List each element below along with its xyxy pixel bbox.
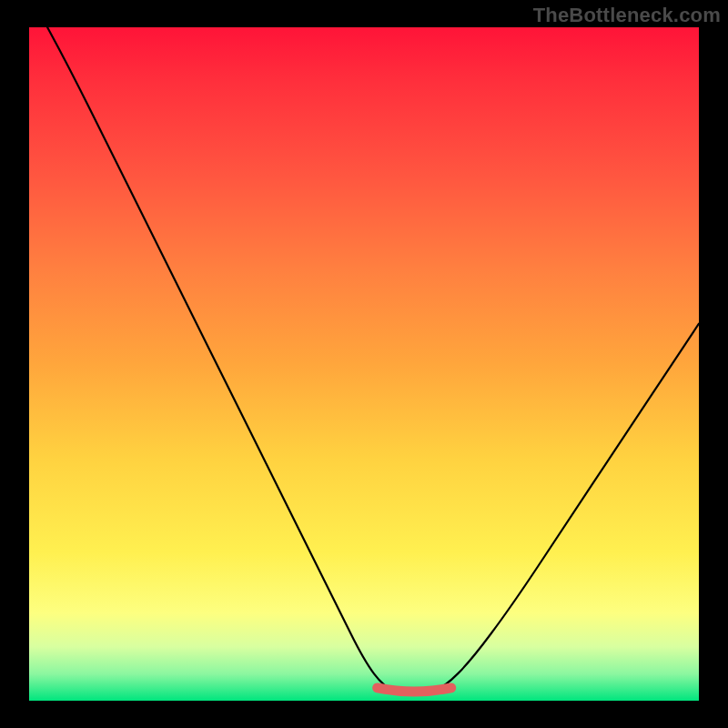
curve-layer	[29, 27, 699, 701]
plot-area	[29, 27, 699, 701]
bottleneck-curve-path	[29, 27, 699, 694]
highlight-band	[378, 688, 451, 692]
watermark-text: TheBottleneck.com	[533, 4, 721, 27]
chart-frame: TheBottleneck.com	[0, 0, 728, 728]
